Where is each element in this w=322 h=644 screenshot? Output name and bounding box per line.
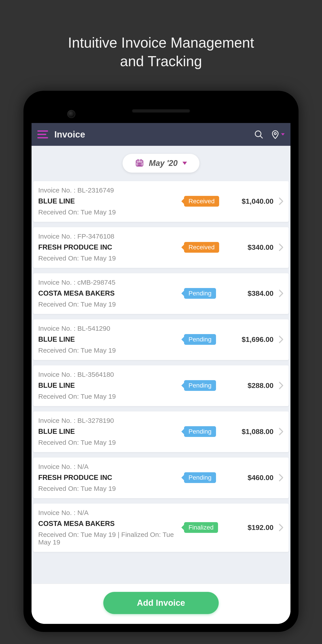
invoice-amount: $1,040.00 bbox=[224, 197, 274, 206]
invoice-received-on: Received On: Tue May 19 bbox=[38, 208, 184, 216]
invoice-number: Invoice No. : BL-3564180 bbox=[38, 371, 184, 378]
app-screen: Invoice bbox=[32, 123, 290, 624]
hamburger-menu-icon[interactable] bbox=[37, 130, 48, 138]
chevron-right-icon bbox=[274, 524, 284, 532]
svg-point-7 bbox=[138, 163, 138, 164]
promo-title: Intuitive Invoice Management and Trackin… bbox=[0, 0, 322, 91]
svg-point-8 bbox=[139, 163, 140, 164]
invoice-card[interactable]: Invoice No. : N/ACOSTA MESA BAKERSReceiv… bbox=[33, 504, 289, 552]
invoice-number: Invoice No. : N/A bbox=[38, 463, 184, 470]
chevron-right-icon bbox=[274, 289, 284, 298]
invoice-received-on: Received On: Tue May 19 bbox=[38, 439, 184, 446]
phone-mockup: Invoice bbox=[0, 91, 322, 632]
location-pin-icon bbox=[270, 130, 280, 139]
location-picker[interactable] bbox=[270, 130, 285, 139]
invoice-amount: $1,696.00 bbox=[224, 336, 274, 344]
invoice-card[interactable]: Invoice No. : BL-3564180BLUE LINEReceive… bbox=[33, 366, 289, 406]
calendar-icon bbox=[135, 158, 144, 168]
invoice-number: Invoice No. : BL-2316749 bbox=[38, 186, 184, 194]
svg-line-1 bbox=[260, 136, 262, 138]
svg-point-9 bbox=[141, 163, 141, 164]
invoice-vendor: FRESH PRODUCE INC bbox=[38, 474, 184, 482]
chevron-right-icon bbox=[274, 474, 284, 482]
phone-notch bbox=[32, 99, 290, 123]
status-badge: Finalized bbox=[184, 522, 218, 533]
chevron-down-icon bbox=[182, 162, 187, 165]
invoice-vendor: COSTA MESA BAKERS bbox=[38, 520, 184, 528]
chevron-right-icon bbox=[274, 382, 284, 390]
invoice-vendor: BLUE LINE bbox=[38, 197, 184, 205]
phone-speaker bbox=[132, 109, 190, 113]
invoice-number: Invoice No. : N/A bbox=[38, 509, 184, 516]
date-filter-bar: May '20 bbox=[32, 146, 290, 181]
status-badge: Pending bbox=[184, 426, 216, 437]
chevron-right-icon bbox=[274, 243, 284, 251]
chevron-down-icon bbox=[281, 133, 285, 136]
invoice-received-on: Received On: Tue May 19 bbox=[38, 300, 184, 308]
bottom-action-bar: Add Invoice bbox=[32, 584, 290, 624]
invoice-received-on: Received On: Tue May 19 bbox=[38, 254, 184, 262]
invoice-card[interactable]: Invoice No. : BL-3278190BLUE LINEReceive… bbox=[33, 412, 289, 452]
status-badge: Received bbox=[184, 196, 219, 206]
chevron-right-icon bbox=[274, 197, 284, 205]
add-invoice-button[interactable]: Add Invoice bbox=[103, 592, 218, 614]
invoice-amount: $384.00 bbox=[224, 289, 274, 298]
promo-line-1: Intuitive Invoice Management bbox=[68, 35, 254, 51]
invoice-number: Invoice No. : cMB-298745 bbox=[38, 278, 184, 286]
invoice-number: Invoice No. : FP-3476108 bbox=[38, 232, 184, 240]
invoice-vendor: FRESH PRODUCE INC bbox=[38, 243, 184, 251]
invoice-vendor: BLUE LINE bbox=[38, 428, 184, 436]
chevron-right-icon bbox=[274, 336, 284, 344]
invoice-amount: $192.00 bbox=[224, 524, 274, 532]
invoice-number: Invoice No. : BL-3278190 bbox=[38, 417, 184, 424]
status-badge: Pending bbox=[184, 334, 216, 345]
svg-point-12 bbox=[141, 165, 141, 166]
invoice-vendor: COSTA MESA BAKERS bbox=[38, 289, 184, 298]
invoice-received-on: Received On: Tue May 19 | Finalized On: … bbox=[38, 531, 184, 546]
svg-point-11 bbox=[139, 165, 140, 166]
invoice-vendor: BLUE LINE bbox=[38, 336, 184, 344]
status-badge: Pending bbox=[184, 288, 216, 299]
invoice-card[interactable]: Invoice No. : BL-2316749BLUE LINEReceive… bbox=[33, 181, 289, 222]
svg-point-10 bbox=[138, 165, 138, 166]
app-header: Invoice bbox=[32, 123, 290, 146]
date-filter-label: May '20 bbox=[149, 158, 178, 168]
invoice-received-on: Received On: Tue May 19 bbox=[38, 485, 184, 492]
invoice-card[interactable]: Invoice No. : FP-3476108FRESH PRODUCE IN… bbox=[33, 227, 289, 268]
chevron-right-icon bbox=[274, 428, 284, 436]
date-filter-button[interactable]: May '20 bbox=[122, 154, 200, 173]
invoice-amount: $288.00 bbox=[224, 382, 274, 390]
invoice-number: Invoice No. : BL-541290 bbox=[38, 325, 184, 332]
search-icon[interactable] bbox=[254, 130, 264, 139]
invoice-list: Invoice No. : BL-2316749BLUE LINEReceive… bbox=[32, 181, 290, 584]
invoice-card[interactable]: Invoice No. : BL-541290BLUE LINEReceived… bbox=[33, 319, 289, 360]
invoice-amount: $1,088.00 bbox=[224, 428, 274, 436]
invoice-amount: $460.00 bbox=[224, 474, 274, 482]
invoice-card[interactable]: Invoice No. : N/AFRESH PRODUCE INCReceiv… bbox=[33, 458, 289, 498]
status-badge: Pending bbox=[184, 472, 216, 483]
page-title: Invoice bbox=[54, 130, 254, 140]
invoice-received-on: Received On: Tue May 19 bbox=[38, 346, 184, 354]
status-badge: Received bbox=[184, 242, 219, 253]
promo-line-2: and Tracking bbox=[120, 53, 202, 69]
phone-camera bbox=[67, 110, 75, 118]
invoice-received-on: Received On: Tue May 19 bbox=[38, 393, 184, 400]
svg-point-2 bbox=[274, 132, 276, 134]
invoice-amount: $340.00 bbox=[224, 243, 274, 252]
invoice-vendor: BLUE LINE bbox=[38, 382, 184, 390]
status-badge: Pending bbox=[184, 380, 216, 391]
invoice-card[interactable]: Invoice No. : cMB-298745COSTA MESA BAKER… bbox=[33, 273, 289, 314]
